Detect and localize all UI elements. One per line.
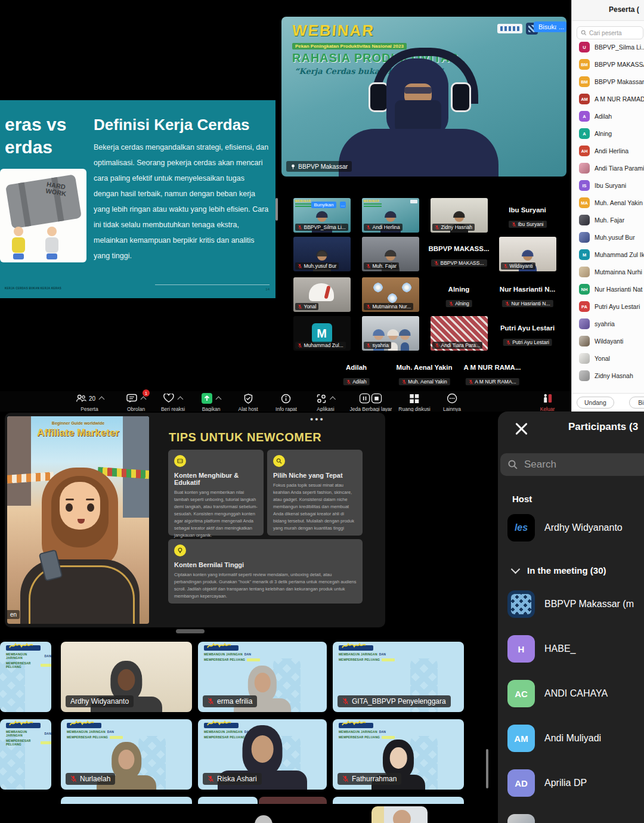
chevron-up-icon[interactable] (216, 397, 222, 403)
video-tile-cell[interactable]: BBPVP MAKASS...BBPVP MAKASS... (425, 236, 493, 273)
close-icon[interactable] (513, 421, 529, 437)
toolbar-item-participants[interactable]: 20Peserta (75, 392, 104, 412)
chevron-up-icon[interactable] (99, 397, 105, 403)
video-tile-cell[interactable]: syahria (356, 315, 425, 352)
toolbar-item-breakout[interactable]: Ruang diskusi (398, 392, 430, 412)
peserta-search-input[interactable]: Cari peserta (577, 26, 643, 39)
peserta-row[interactable]: AAdilah (579, 109, 644, 123)
grid-scrollbar[interactable] (486, 749, 488, 788)
video-tile[interactable]: MEMBANGUN JARINGANDANMEMPERBESAR PELUANG (0, 719, 51, 790)
slide-scrollbar[interactable] (275, 198, 278, 221)
toolbar-item-info[interactable]: Info rapat (275, 392, 297, 412)
peserta-row[interactable]: NHNur Hasrianti Nat (579, 282, 644, 296)
video-tile[interactable]: MMuhammad Zul... (293, 316, 351, 351)
video-tile[interactable]: Muh.yusuf Bur (293, 237, 351, 271)
video-tile-cell[interactable]: Andi Tiara Para... (425, 315, 493, 352)
video-tile-cell[interactable]: WEBINARBunyikan...BBPVP_Silma Li... (287, 197, 356, 234)
self-view-thumbnail[interactable] (371, 806, 428, 823)
video-tile[interactable]: Wildayanti (499, 237, 556, 271)
chevron-up-icon[interactable] (330, 397, 336, 403)
video-tile-cell[interactable]: AdilahAdilah (322, 354, 391, 392)
video-tile-cell[interactable]: Putri Ayu LestariPutri Ayu Lestari (493, 315, 562, 352)
peserta-row[interactable]: Zidny Hasnah (579, 369, 644, 383)
video-tile[interactable]: Ardhy Widyananto (61, 642, 192, 712)
video-tile[interactable]: MEMBANGUN JARINGANDANMEMPERBESAR PELUANG… (61, 719, 192, 790)
share-drag-handle[interactable] (176, 629, 205, 633)
peserta-row[interactable]: Andi Tiara Parami (579, 161, 644, 175)
video-tile[interactable]: MEMBANGUN JARINGANDANMEMPERBESAR PELUANG… (333, 642, 464, 712)
participant-row[interactable]: ACANDI CAHAYA (507, 679, 644, 708)
toolbar-item-heart[interactable]: Beri reaksi (161, 392, 185, 412)
active-speaker-video[interactable]: WEBINAR Pekan Peningkatan Produktivitas … (281, 17, 566, 177)
video-tile[interactable]: Zidny Hasnah (431, 198, 488, 233)
virtual-bg-text-2: MEMPERBESAR PELUANG (204, 658, 260, 661)
toolbar-item-chat[interactable]: 1Obrolan (126, 392, 145, 412)
toolbar-item-share[interactable]: Bagikan (202, 392, 221, 412)
toolbar-item-pausestop[interactable]: Jeda Berbagi layar (350, 392, 392, 412)
video-tile[interactable]: MEMBANGUN JARINGANDANMEMPERBESAR PELUANG… (198, 642, 327, 712)
peserta-panel-title: Peserta ( (609, 5, 639, 14)
peserta-row[interactable]: Yonal (579, 351, 644, 366)
video-tile[interactable]: Muh. Fajar (362, 237, 419, 271)
video-tile-cell[interactable]: Nur Hasrianti N...Nur Hasrianti N... (493, 276, 562, 313)
mute-all-button[interactable]: Bi (629, 397, 644, 409)
share-menu-dots[interactable]: ••• (310, 414, 325, 424)
video-tile[interactable]: syahria (362, 316, 419, 351)
in-meeting-section[interactable]: In the meeting (30) (512, 565, 606, 576)
peserta-row[interactable]: BMBBPVP Makassar (579, 75, 644, 89)
toolbar-item-shield[interactable]: Alat host (238, 392, 258, 412)
video-tile-cell[interactable]: WEBINARAndi Herlina (356, 197, 425, 234)
peserta-row[interactable]: AHAndi Herlina (579, 144, 644, 158)
video-tile-cell[interactable]: MMuhammad Zul... (287, 315, 356, 352)
video-tile[interactable]: Mutmainna Nur... (362, 277, 419, 312)
video-tile[interactable]: MEMBANGUN JARINGANDANMEMPERBESAR PELUANG… (198, 719, 327, 790)
toolbar-item-apps[interactable]: Aplikasi (317, 392, 335, 412)
video-tile[interactable]: Andi Tiara Para... (431, 316, 488, 351)
video-tile-cell[interactable]: Mutmainna Nur... (356, 276, 425, 313)
video-tile-cell[interactable]: Wildayanti (493, 236, 562, 273)
invite-button[interactable]: Undang (577, 397, 614, 409)
peserta-row[interactable]: AMA M NUR RAMAD (579, 92, 644, 106)
peserta-row[interactable]: UBBPVP_Silma Li... (579, 40, 644, 54)
chevron-up-icon[interactable] (178, 397, 184, 403)
participants-search-input[interactable]: Search (500, 453, 644, 476)
video-tile-cell[interactable]: Muh. Fajar (356, 236, 425, 273)
video-tile[interactable]: WEBINARBunyikan...BBPVP_Silma Li... (293, 198, 351, 233)
participant-row[interactable]: HHABE_ (507, 634, 644, 664)
participant-row[interactable]: BBPVP Makassar (m (507, 589, 644, 619)
peserta-row[interactable]: Wildayanti (579, 334, 644, 348)
unmute-button[interactable]: Bunyikan (311, 202, 337, 208)
peserta-row[interactable]: AAlning (579, 126, 644, 141)
peserta-row[interactable]: ISIbu Suryani (579, 178, 644, 193)
toolbar-item-leave[interactable]: Keluar (540, 392, 555, 412)
video-tile[interactable]: MEMBANGUN JARINGANDANMEMPERBESAR PELUANG (0, 642, 51, 712)
video-tile-cell[interactable]: Muh.yusuf Bur (287, 236, 356, 273)
video-tile[interactable]: MEMBANGUN JARINGANDANMEMPERBESAR PELUANG… (333, 719, 464, 790)
video-tile-cell[interactable]: Yonal (287, 276, 356, 313)
video-tile-cell[interactable]: Muh. Aenal YakinMuh. Aenal Yakin (390, 354, 459, 392)
tile-more-button[interactable]: ... (340, 202, 346, 208)
host-row[interactable]: les Ardhy Widyananto (507, 513, 644, 543)
video-tile[interactable]: WEBINARAndi Herlina (362, 198, 419, 233)
peserta-row[interactable]: Muh. Fajar (579, 213, 644, 227)
peserta-row[interactable]: MAMuh. Aenal Yakin (579, 196, 644, 210)
video-tile-cell[interactable]: AlningAlning (425, 276, 493, 313)
chevron-up-icon[interactable] (141, 397, 147, 403)
video-tile-cell[interactable]: A M NUR RAMA...A M NUR RAMA... (458, 354, 527, 392)
peserta-row[interactable]: PAPutri Ayu Lestari (579, 299, 644, 314)
video-tile[interactable]: Yonal (293, 277, 351, 312)
peserta-row[interactable]: syahria (579, 317, 644, 331)
video-tile-cell[interactable]: Ibu SuryaniIbu Suryani (493, 197, 562, 234)
video-tile-cell[interactable]: Zidny Hasnah (425, 197, 493, 234)
peserta-row[interactable]: BMBBPVP MAKASSAR (579, 57, 644, 72)
participant-name: Nurlaelah (80, 775, 110, 783)
webinar-kicker: WEBINAR (292, 21, 375, 40)
participant-row[interactable]: AMAndi Muliyadi (507, 723, 644, 753)
peserta-row[interactable]: Mutmainna Nurhi (579, 265, 644, 279)
toolbar-item-more[interactable]: Lainnya (443, 392, 461, 412)
participant-row[interactable] (507, 813, 644, 823)
participant-row[interactable]: ADAprilia DP (507, 768, 644, 798)
peserta-row[interactable]: MMuhammad Zul Ik (579, 247, 644, 262)
peserta-row[interactable]: Muh.yusuf Bur (579, 230, 644, 245)
tile-more-button[interactable]: ... (556, 21, 566, 32)
